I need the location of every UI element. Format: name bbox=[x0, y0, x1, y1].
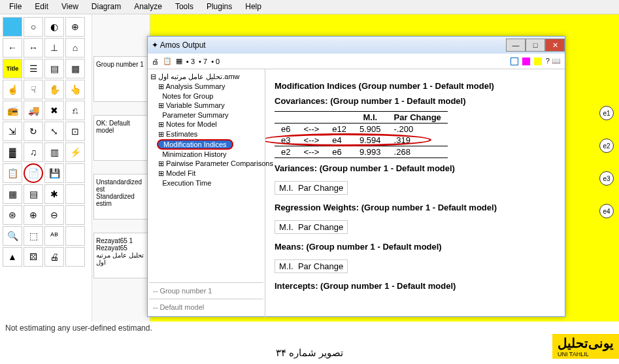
menu-plugins[interactable]: Plugins bbox=[200, 0, 239, 14]
tool-unique[interactable]: ⌂ bbox=[65, 38, 85, 58]
menu-diagram[interactable]: Diagram bbox=[85, 0, 127, 14]
heading-reg: Regression Weights: (Group number 1 - De… bbox=[275, 203, 556, 212]
heading-intc: Intercepts: (Group number 1 - Default mo… bbox=[275, 281, 556, 291]
tool-data[interactable]: 📻 bbox=[3, 101, 22, 120]
model-box[interactable]: OK: Default model bbox=[93, 115, 148, 161]
tool-hand3[interactable]: ✋ bbox=[44, 80, 64, 99]
tool-empty2[interactable] bbox=[65, 184, 85, 204]
menu-view[interactable]: View bbox=[55, 0, 85, 14]
tool-dice[interactable]: ⚄ bbox=[24, 247, 43, 267]
error-e1[interactable]: e1 bbox=[599, 106, 614, 120]
heading-means: Means: (Group number 1 - Default model) bbox=[275, 242, 556, 252]
tool-rect[interactable] bbox=[3, 17, 22, 37]
maximize-button[interactable]: □ bbox=[526, 39, 545, 52]
output-toolbar: 🖨 📋 ▦ ▪ 3 • 7 • 0 ? 📖 bbox=[148, 54, 565, 69]
tool-erase[interactable]: ✖ bbox=[44, 101, 64, 120]
tool-dup[interactable]: ⎌ bbox=[65, 101, 85, 120]
tool-analysis[interactable]: ▦ bbox=[3, 184, 22, 204]
tool-fit[interactable]: ⊡ bbox=[65, 122, 85, 141]
menubar: File Edit View Diagram Analyze Tools Plu… bbox=[0, 0, 619, 14]
amos-output-window: ✦ Amos Output — □ ✕ 🖨 📋 ▦ ▪ 3 • 7 • 0 ? … bbox=[147, 36, 565, 317]
empty-means: M.I. Par Change bbox=[275, 259, 348, 273]
tool-vars[interactable]: ▤ bbox=[44, 59, 64, 78]
tool-path-both[interactable]: ↔ bbox=[24, 38, 43, 58]
tool-copy[interactable]: 📋 bbox=[3, 163, 22, 183]
tool-view-text[interactable]: 📄 bbox=[24, 163, 43, 183]
menu-help[interactable]: Help bbox=[239, 0, 268, 14]
tool-hand4[interactable]: 👆 bbox=[65, 80, 85, 99]
tool-select[interactable]: ▦ bbox=[65, 59, 85, 78]
tool-calc[interactable]: ▤ bbox=[24, 184, 43, 204]
close-button[interactable]: ✕ bbox=[545, 39, 565, 52]
est-box[interactable]: Unstandardized estStandardized estim bbox=[93, 174, 148, 220]
group-box[interactable]: Group number 1 bbox=[93, 56, 148, 102]
heading-modidx: Modification Indices (Group number 1 - D… bbox=[275, 81, 556, 91]
output-content: Modification Indices (Group number 1 - D… bbox=[265, 69, 565, 318]
tool-ellipse[interactable]: ○ bbox=[24, 17, 43, 37]
tool-zoom[interactable]: 🔍 bbox=[3, 226, 22, 246]
tool-save[interactable]: 💾 bbox=[44, 163, 64, 183]
tb-spin1[interactable]: ▪ 3 bbox=[186, 58, 195, 65]
tool-empty4[interactable] bbox=[65, 226, 85, 246]
error-e3[interactable]: e3 bbox=[599, 171, 614, 186]
tool-zoomin[interactable]: ⊕ bbox=[24, 205, 43, 225]
heading-cov: Covariances: (Group number 1 - Default m… bbox=[275, 96, 556, 106]
menu-tools[interactable]: Tools bbox=[169, 0, 200, 14]
tool-output[interactable]: ▥ bbox=[44, 142, 64, 162]
tool-list[interactable]: ☰ bbox=[24, 59, 43, 78]
tree-group[interactable]: -- Group number 1 bbox=[149, 282, 263, 299]
tool-props[interactable]: ▓ bbox=[3, 142, 22, 162]
tool-multi[interactable]: ✱ bbox=[44, 184, 64, 204]
tool-title[interactable]: Title bbox=[3, 59, 22, 78]
tool-empty1[interactable] bbox=[65, 163, 85, 183]
tool-spec[interactable]: ⊛ bbox=[3, 205, 22, 225]
tool-hist[interactable]: ▲ bbox=[3, 247, 22, 267]
tool-rotate[interactable]: ↻ bbox=[24, 122, 43, 141]
output-titlebar[interactable]: ✦ Amos Output — □ ✕ bbox=[148, 37, 565, 54]
tool-clip[interactable]: ⚡ bbox=[65, 142, 85, 162]
table-row: e2<-->e69.993.268 bbox=[275, 146, 448, 158]
files-box[interactable]: Rezayat65 1Rezayat65تحلیل عامل مرتبه اول bbox=[93, 233, 148, 278]
tool-move[interactable]: 🚚 bbox=[24, 101, 43, 120]
tool-path-left[interactable]: ← bbox=[3, 38, 22, 58]
tool-hand2[interactable]: ☟ bbox=[24, 80, 43, 99]
tb-c3[interactable] bbox=[534, 58, 542, 65]
empty-reg: M.I. Par Change bbox=[275, 220, 348, 234]
tool-indicator[interactable]: ⊕ bbox=[65, 17, 85, 37]
output-tree[interactable]: ⊟ تحلیل عامل مرتبه اول.amw ⊞ Analysis Su… bbox=[148, 69, 265, 318]
tool-palette: ○ ◐ ⊕ ← ↔ ⊥ ⌂ Title ☰ ▤ ▦ ☝ ☟ ✋ 👆 📻 🚚 ✖ … bbox=[0, 14, 92, 322]
tool-abc[interactable]: ᴬᴮ bbox=[44, 226, 64, 246]
tb-spin2[interactable]: • 7 bbox=[199, 58, 207, 65]
covariances-table: M.I.Par Change e6<-->e125.905-.200 e3<--… bbox=[275, 111, 448, 158]
tb-opts[interactable]: ▦ bbox=[176, 57, 182, 65]
tool-resize[interactable]: ⇲ bbox=[3, 122, 22, 141]
tool-print[interactable]: 🖨 bbox=[44, 247, 64, 267]
tool-bayes[interactable]: ⬚ bbox=[24, 226, 43, 246]
tb-help[interactable]: ? 📖 bbox=[546, 57, 561, 65]
tb-spin3[interactable]: • 0 bbox=[211, 58, 220, 65]
tool-zoomout[interactable]: ⊖ bbox=[44, 205, 64, 225]
tool-hand[interactable]: ☝ bbox=[3, 80, 22, 99]
tb-print[interactable]: 🖨 bbox=[152, 58, 159, 65]
tree-model[interactable]: -- Default model bbox=[149, 299, 263, 315]
tool-est[interactable]: ♫ bbox=[24, 142, 43, 162]
error-e4[interactable]: e4 bbox=[599, 204, 614, 218]
tb-c2[interactable] bbox=[522, 58, 530, 65]
tool-empty5[interactable] bbox=[65, 247, 85, 267]
tool-empty3[interactable] bbox=[65, 205, 85, 225]
output-title: Amos Output bbox=[160, 41, 206, 50]
minimize-button[interactable]: — bbox=[506, 39, 526, 52]
tool-reflect[interactable]: ⤡ bbox=[44, 122, 64, 141]
tb-c1[interactable] bbox=[510, 58, 518, 65]
tree-modification-indices[interactable]: Modification Indices bbox=[157, 139, 233, 150]
menu-file[interactable]: File bbox=[3, 0, 28, 14]
error-e2[interactable]: e2 bbox=[599, 139, 614, 153]
tool-error[interactable]: ⊥ bbox=[44, 38, 64, 58]
menu-analyze[interactable]: Analyze bbox=[127, 0, 169, 14]
tool-latent[interactable]: ◐ bbox=[44, 17, 64, 37]
caption: تصویر شماره ۳۴ bbox=[0, 347, 619, 359]
empty-var: M.I. Par Change bbox=[275, 181, 348, 195]
tb-copy[interactable]: 📋 bbox=[163, 57, 172, 65]
menu-edit[interactable]: Edit bbox=[28, 0, 55, 14]
mid-panel: Group number 1 OK: Default model Unstand… bbox=[92, 14, 150, 322]
